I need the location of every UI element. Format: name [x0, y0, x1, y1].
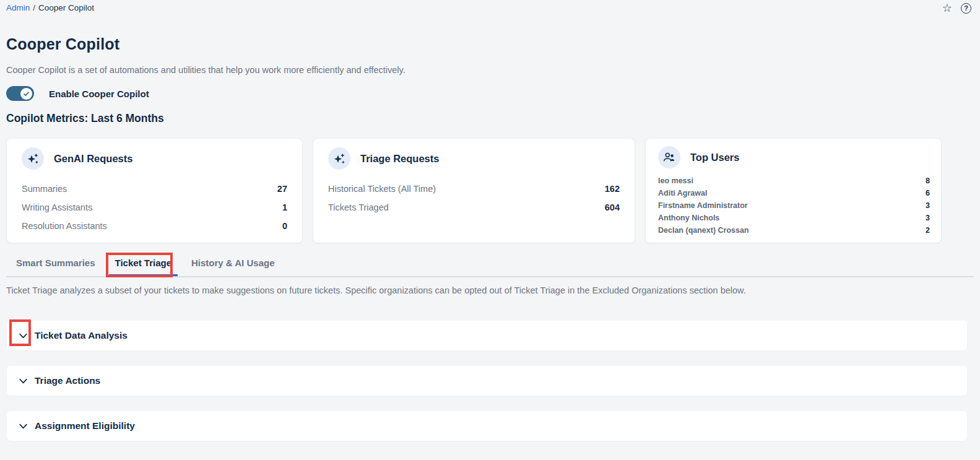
- user-count: 3: [926, 201, 930, 210]
- user-name: Firstname Administrator: [658, 201, 748, 210]
- sparkle-icon: [332, 152, 346, 165]
- chevron-down-icon[interactable]: [17, 329, 29, 342]
- top-user-row: Firstname Administrator 3: [658, 199, 930, 212]
- stat-row: Historical Tickets (All Time) 162: [328, 180, 620, 198]
- stat-row: Summaries 27: [22, 180, 287, 198]
- stat-label: Writing Assistants: [22, 202, 92, 212]
- toggle-label: Enable Cooper Copilot: [49, 89, 149, 99]
- stat-label: Tickets Triaged: [328, 202, 389, 212]
- help-icon[interactable]: ?: [961, 3, 971, 14]
- chevron-down-icon: [18, 376, 28, 386]
- tab-bar: Smart Summaries Ticket Triage History & …: [6, 254, 974, 274]
- section-title: Ticket Data Analysis: [35, 330, 128, 341]
- sparkle-icon: [26, 152, 40, 165]
- stat-row: Writing Assistants 1: [22, 198, 287, 217]
- stat-label: Resolution Assistants: [22, 221, 107, 231]
- stat-value: 0: [282, 221, 287, 231]
- stat-value: 604: [605, 202, 620, 212]
- chevron-down-icon[interactable]: [17, 375, 29, 387]
- people-icon: [662, 150, 676, 164]
- user-name: Aditi Agrawal: [658, 189, 707, 197]
- breadcrumb-current: Cooper Copilot: [38, 3, 94, 12]
- metrics-cards: GenAI Requests Summaries 27 Writing Assi…: [6, 138, 974, 243]
- sparkle-icon: [328, 147, 350, 170]
- chevron-down-icon[interactable]: [17, 420, 29, 432]
- user-count: 3: [926, 214, 930, 222]
- page-title: Cooper Copilot: [6, 35, 974, 53]
- stat-value: 1: [282, 202, 287, 212]
- top-user-row: Aditi Agrawal 6: [658, 187, 930, 199]
- card-triage-requests: Triage Requests Historical Tickets (All …: [313, 138, 635, 243]
- topbar-icons: ☆ ?: [942, 2, 971, 14]
- enable-copilot-row: Enable Cooper Copilot: [6, 86, 974, 101]
- stat-label: Historical Tickets (All Time): [328, 184, 436, 194]
- tab-history-ai-usage[interactable]: History & AI Usage: [181, 254, 284, 274]
- tab-label: Ticket Triage: [115, 258, 171, 268]
- card-title: Top Users: [690, 152, 739, 163]
- breadcrumb-separator: /: [33, 3, 35, 12]
- stat-row: Resolution Assistants 0: [22, 217, 287, 235]
- toggle-knob: [20, 88, 32, 100]
- user-name: Declan (qanext) Crossan: [658, 226, 749, 235]
- stat-value: 27: [277, 184, 287, 194]
- chevron-down-icon: [18, 331, 28, 341]
- top-user-row: leo messi 8: [658, 175, 930, 187]
- card-title: Triage Requests: [360, 153, 439, 165]
- admin-copilot-page: Admin/Cooper Copilot ☆ ? Cooper Copilot …: [0, 0, 980, 460]
- section-assignment-eligibility[interactable]: Assignment Eligibility: [7, 411, 967, 441]
- section-title: Assignment Eligibility: [35, 420, 135, 432]
- tabs-divider: [6, 276, 974, 277]
- check-icon: [22, 90, 30, 98]
- chevron-down-icon: [18, 421, 28, 432]
- tab-smart-summaries[interactable]: Smart Summaries: [6, 254, 105, 274]
- card-title: GenAI Requests: [54, 153, 132, 165]
- active-tab-underline: [109, 274, 178, 276]
- user-count: 6: [926, 189, 930, 197]
- people-icon: [658, 146, 680, 168]
- section-triage-actions[interactable]: Triage Actions: [7, 366, 967, 396]
- metrics-heading: Copilot Metrics: Last 6 Months: [6, 112, 974, 125]
- section-title: Triage Actions: [35, 375, 100, 386]
- user-count: 8: [926, 176, 930, 185]
- stat-row: Tickets Triaged 604: [328, 198, 620, 217]
- ticket-triage-description: Ticket Triage analyzes a subset of your …: [6, 285, 974, 295]
- top-user-row: Anthony Nichols 3: [658, 212, 930, 224]
- stat-label: Summaries: [22, 184, 67, 194]
- card-top-users: Top Users leo messi 8 Aditi Agrawal 6 Fi…: [645, 138, 942, 243]
- user-count: 2: [926, 226, 930, 235]
- tab-ticket-triage[interactable]: Ticket Triage: [105, 254, 181, 274]
- collapsible-sections: Ticket Data Analysis Triage Actions Assi…: [0, 321, 980, 441]
- user-name: Anthony Nichols: [658, 214, 719, 222]
- card-genai-requests: GenAI Requests Summaries 27 Writing Assi…: [6, 138, 303, 243]
- sparkle-icon: [22, 147, 44, 170]
- top-bar: Admin/Cooper Copilot ☆ ?: [0, 0, 980, 15]
- favorite-star-icon[interactable]: ☆: [942, 2, 952, 14]
- page-description: Cooper Copilot is a set of automations a…: [6, 65, 974, 75]
- stat-value: 162: [605, 184, 620, 194]
- section-ticket-data-analysis[interactable]: Ticket Data Analysis: [7, 321, 967, 350]
- user-name: leo messi: [658, 176, 693, 185]
- top-user-row: Declan (qanext) Crossan 2: [658, 224, 930, 237]
- enable-copilot-toggle[interactable]: [6, 86, 34, 101]
- breadcrumb: Admin/Cooper Copilot: [6, 2, 94, 12]
- breadcrumb-admin-link[interactable]: Admin: [6, 3, 30, 12]
